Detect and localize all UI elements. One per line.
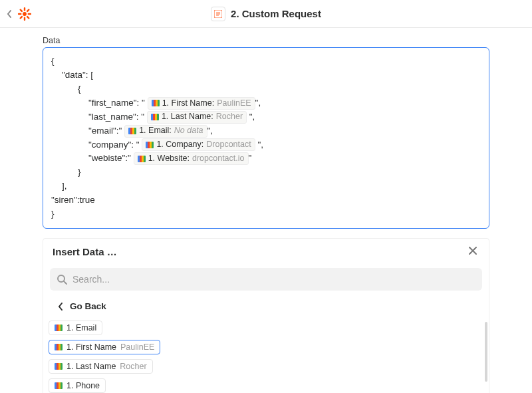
code-line: "last_name": " 1. Last Name: Rocher ", (51, 110, 481, 124)
field-pill-last-name[interactable]: 1. Last Name: Rocher (147, 111, 247, 124)
field-option[interactable]: 1. Email (49, 321, 102, 335)
go-back-label: Go Back (70, 301, 106, 311)
code-line: "first_name": " 1. First Name: PaulinEE"… (51, 96, 481, 110)
chevron-left-icon (6, 9, 13, 19)
field-option[interactable]: 1. First Name PaulinEE (49, 340, 160, 354)
code-line: "email":" 1. Email: No data", (51, 124, 481, 138)
code-line: "company": " 1. Company: Dropcontact ", (51, 138, 481, 152)
code-line: { (51, 82, 481, 96)
field-option[interactable]: 1. Phone (49, 378, 106, 393)
svg-rect-3 (18, 13, 22, 14)
zapier-logo-icon (17, 7, 32, 21)
svg-rect-2 (24, 17, 25, 21)
insert-data-panel: Insert Data … Go Back 1. Email1. First N… (43, 238, 489, 393)
search-input[interactable] (72, 274, 475, 285)
step-title: 2. Custom Request (231, 8, 321, 19)
go-back-button[interactable]: Go Back (43, 295, 489, 318)
code-line: ], (51, 180, 481, 194)
svg-rect-8 (26, 15, 30, 19)
close-icon (467, 245, 478, 256)
field-pill-website[interactable]: 1. Website: dropcontact.io (134, 152, 249, 165)
field-pill-company[interactable]: 1. Company: Dropcontact (142, 138, 255, 151)
search-icon (57, 274, 67, 285)
code-line: { (51, 55, 481, 68)
svg-rect-1 (24, 7, 25, 10)
field-option-label: 1. Last Name (66, 362, 116, 371)
sheets-icon (152, 100, 160, 106)
field-option-value: Rocher (120, 362, 146, 371)
topbar: 2. Custom Request (0, 0, 532, 28)
code-line: "webiste":" 1. Website: dropcontact.io" (51, 152, 481, 166)
scrollbar[interactable] (485, 322, 487, 382)
sheets-icon (151, 114, 159, 120)
code-line: "data": [ (51, 68, 481, 82)
chevron-left-icon (58, 303, 63, 311)
step-title-group: 2. Custom Request (211, 7, 321, 21)
sheets-icon (138, 156, 146, 162)
field-option-label: 1. Email (66, 323, 96, 332)
sheets-icon (128, 128, 136, 134)
svg-point-0 (23, 12, 27, 16)
sheets-icon (55, 325, 63, 331)
field-option-value: PaulinEE (120, 342, 154, 352)
data-field-label: Data (43, 36, 489, 45)
svg-rect-7 (19, 9, 23, 13)
field-option-label: 1. Phone (66, 381, 100, 390)
sheets-icon (55, 344, 63, 350)
sheets-icon (55, 363, 63, 370)
code-line: "siren":true (51, 194, 481, 207)
search-box[interactable] (50, 268, 482, 291)
sheets-icon (146, 142, 154, 148)
code-line: } (51, 166, 481, 180)
back-button[interactable] (3, 7, 16, 21)
data-textarea[interactable]: { "data": [ { "first_name": " 1. First N… (43, 47, 489, 229)
svg-rect-4 (28, 13, 32, 14)
field-list: 1. Email1. First Name PaulinEE1. Last Na… (43, 318, 489, 393)
field-option[interactable]: 1. Last Name Rocher (49, 359, 153, 374)
field-pill-email[interactable]: 1. Email: No data (124, 125, 207, 138)
sheets-icon (55, 382, 63, 389)
field-option-label: 1. First Name (66, 342, 116, 352)
step-app-icon (211, 7, 225, 21)
close-button[interactable] (467, 245, 479, 257)
insert-data-title: Insert Data … (53, 246, 117, 257)
svg-rect-6 (19, 15, 23, 19)
field-pill-first-name[interactable]: 1. First Name: PaulinEE (148, 97, 255, 110)
svg-rect-5 (26, 9, 30, 13)
code-line: } (51, 207, 481, 221)
